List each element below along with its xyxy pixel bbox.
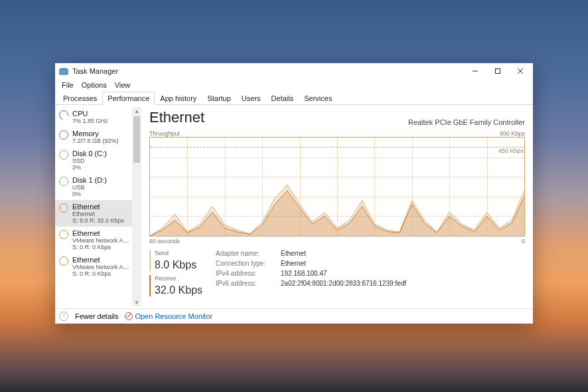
scroll-up-icon[interactable]: ▲ bbox=[132, 107, 141, 115]
svg-rect-3 bbox=[496, 69, 500, 74]
page-title: Ethernet bbox=[149, 109, 204, 126]
send-stat: Send 8.0 Kbps bbox=[149, 250, 202, 271]
chart-ymax-label: 500 Kbps bbox=[500, 130, 525, 137]
menu-options[interactable]: Options bbox=[78, 81, 111, 89]
tab-performance[interactable]: Performance bbox=[102, 92, 155, 105]
sidebar-item-memory[interactable]: Memory7.2/7.8 GB (92%) bbox=[55, 127, 141, 147]
chart-dashed-label: 450 Kbps bbox=[498, 147, 524, 154]
receive-stat: Receive 32.0 Kbps bbox=[149, 275, 202, 296]
main-panel: Ethernet Realtek PCIe GbE Family Control… bbox=[141, 105, 533, 308]
sidebar: CPU7% 1.85 GHz Memory7.2/7.8 GB (92%) Di… bbox=[55, 105, 141, 308]
svg-rect-0 bbox=[60, 69, 68, 74]
adapter-subtitle: Realtek PCIe GbE Family Controller bbox=[408, 118, 525, 126]
sidebar-item-ethernet[interactable]: EthernetEthernetS: 8.0 R: 32.0 Kbps bbox=[55, 200, 141, 227]
menubar: File Options View bbox=[55, 79, 533, 91]
menu-file[interactable]: File bbox=[58, 81, 78, 89]
cpu-icon bbox=[57, 108, 70, 121]
sidebar-item-disk-c[interactable]: Disk 0 (C:)SSD2% bbox=[55, 147, 141, 173]
sidebar-item-disk-d[interactable]: Disk 1 (D:)USB0% bbox=[55, 173, 141, 200]
tab-details[interactable]: Details bbox=[266, 92, 299, 105]
network-icon bbox=[59, 256, 68, 266]
close-button[interactable] bbox=[509, 63, 532, 79]
app-icon bbox=[59, 66, 68, 76]
tabbar: Processes Performance App history Startu… bbox=[55, 91, 533, 105]
svg-rect-1 bbox=[61, 68, 66, 69]
tab-startup[interactable]: Startup bbox=[202, 92, 236, 105]
tab-services[interactable]: Services bbox=[299, 92, 337, 105]
sidebar-scrollbar[interactable]: ▲ ▼ bbox=[132, 107, 141, 306]
tab-users[interactable]: Users bbox=[236, 92, 266, 105]
memory-icon bbox=[59, 130, 68, 140]
scroll-down-icon[interactable]: ▼ bbox=[132, 298, 141, 306]
task-manager-window: Task Manager File Options View Processes… bbox=[55, 63, 533, 324]
minimize-button[interactable] bbox=[464, 63, 486, 79]
disk-icon bbox=[59, 177, 68, 186]
network-icon bbox=[59, 230, 68, 239]
tab-processes[interactable]: Processes bbox=[58, 92, 102, 105]
titlebar[interactable]: Task Manager bbox=[55, 63, 533, 79]
resource-monitor-icon bbox=[125, 312, 133, 320]
fewer-details-button[interactable]: Fewer details bbox=[75, 312, 118, 320]
footer: ⌃ Fewer details Open Resource Monitor bbox=[55, 308, 533, 324]
sidebar-item-ethernet-vm2[interactable]: EthernetVMware Network Ad...S: 0 R: 0 Kb… bbox=[55, 253, 141, 280]
chart-x-left: 60 seconds bbox=[149, 238, 180, 245]
maximize-button[interactable] bbox=[486, 63, 509, 79]
sidebar-item-ethernet-vm1[interactable]: EthernetVMware Network Ad...S: 0 R: 0 Kb… bbox=[55, 227, 141, 253]
disk-icon bbox=[59, 150, 68, 159]
throughput-chart: 450 Kbps bbox=[149, 137, 525, 237]
open-resource-monitor-link[interactable]: Open Resource Monitor bbox=[125, 312, 212, 320]
window-title: Task Manager bbox=[72, 67, 118, 75]
scrollbar-thumb[interactable] bbox=[133, 116, 140, 163]
sidebar-item-cpu[interactable]: CPU7% 1.85 GHz bbox=[55, 107, 141, 127]
adapter-details: Adapter name:Ethernet Connection type:Et… bbox=[216, 250, 406, 296]
tab-app-history[interactable]: App history bbox=[155, 92, 202, 105]
chart-x-right: 0 bbox=[522, 238, 525, 245]
network-icon bbox=[59, 203, 68, 213]
menu-view[interactable]: View bbox=[111, 81, 135, 89]
chart-axis-label: Throughput bbox=[149, 130, 180, 137]
chevron-up-icon[interactable]: ⌃ bbox=[59, 312, 68, 321]
